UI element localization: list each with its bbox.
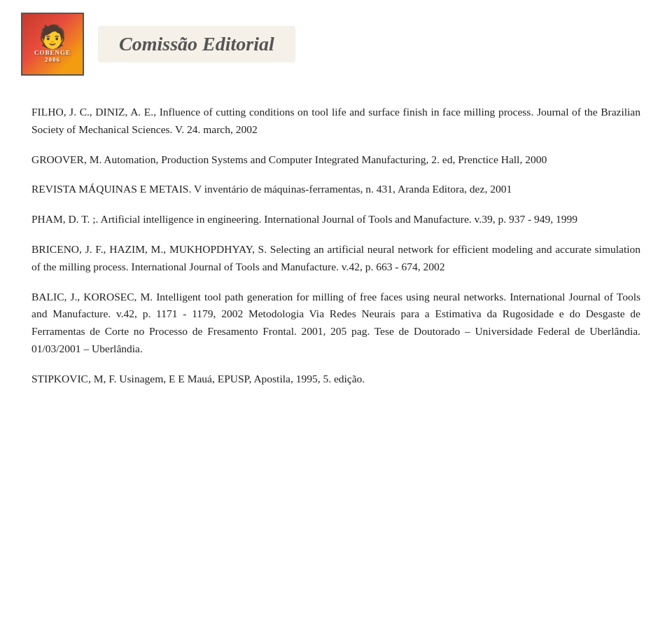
reference-5-text: BRICENO, J. F., HAZIM, M., MUKHOPDHYAY, … bbox=[31, 241, 640, 276]
reference-5: BRICENO, J. F., HAZIM, M., MUKHOPDHYAY, … bbox=[31, 241, 640, 276]
reference-6: BALIC, J., KOROSEC, M. Intelligent tool … bbox=[31, 289, 640, 358]
cobenge-logo: 🧑 COBENGE 2006 bbox=[21, 13, 84, 76]
logo-year-text: COBENGE bbox=[34, 49, 71, 56]
reference-1-text: FILHO, J. C., DINIZ, A. E., Influence of… bbox=[31, 104, 640, 139]
reference-6-text: BALIC, J., KOROSEC, M. Intelligent tool … bbox=[31, 289, 640, 358]
reference-3: REVISTA MÁQUINAS E METAIS. V inventário … bbox=[31, 181, 640, 198]
reference-1: FILHO, J. C., DINIZ, A. E., Influence of… bbox=[31, 104, 640, 139]
reference-2-text: GROOVER, M. Automation, Production Syste… bbox=[31, 151, 640, 169]
reference-7: STIPKOVIC, M, F. Usinagem, E E Mauá, EPU… bbox=[31, 371, 640, 388]
header-title-area: Comissão Editorial bbox=[98, 26, 295, 62]
logo-figure-icon: 🧑 bbox=[38, 25, 66, 48]
reference-7-text: STIPKOVIC, M, F. Usinagem, E E Mauá, EPU… bbox=[31, 371, 640, 388]
reference-4: PHAM, D. T. ;. Artificial intelligence i… bbox=[31, 211, 640, 228]
reference-4-text: PHAM, D. T. ;. Artificial intelligence i… bbox=[31, 211, 640, 228]
reference-2: GROOVER, M. Automation, Production Syste… bbox=[31, 151, 640, 169]
page: 🧑 COBENGE 2006 Comissão Editorial FILHO,… bbox=[0, 0, 672, 636]
logo-edition-text: 2006 bbox=[45, 56, 60, 63]
reference-3-text: REVISTA MÁQUINAS E METAIS. V inventário … bbox=[31, 181, 640, 198]
header: 🧑 COBENGE 2006 Comissão Editorial bbox=[0, 0, 672, 83]
header-title: Comissão Editorial bbox=[119, 33, 274, 55]
header-logo-container: 🧑 COBENGE 2006 bbox=[21, 13, 84, 76]
content-area: FILHO, J. C., DINIZ, A. E., Influence of… bbox=[0, 97, 672, 422]
